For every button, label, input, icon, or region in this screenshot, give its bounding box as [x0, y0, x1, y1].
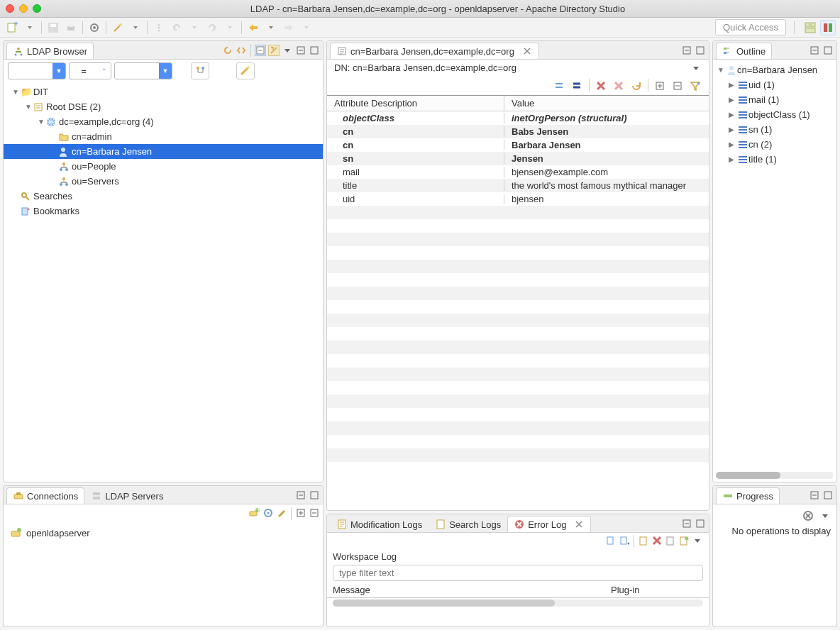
tree-root-dse[interactable]: ▼Root DSE (2)	[4, 99, 323, 114]
outline-tree[interactable]: ▼cn=Barbara Jensen ▶uid (1)▶mail (1)▶obj…	[713, 60, 836, 469]
wand-icon[interactable]	[110, 20, 126, 35]
tree-dit[interactable]: ▼📁DIT	[4, 84, 323, 99]
maximize-icon[interactable]	[695, 518, 706, 529]
gear-icon[interactable]	[87, 20, 102, 35]
attribute-table[interactable]: Attribute Description Value objectClassi…	[327, 95, 709, 510]
filter-run-button[interactable]	[191, 62, 209, 79]
nav-fwd-dropdown-icon[interactable]	[299, 20, 314, 35]
nav-fwd-icon[interactable]	[281, 20, 297, 35]
col-attr-desc[interactable]: Attribute Description	[327, 96, 504, 111]
minimize-icon[interactable]	[295, 45, 306, 56]
filter-val-combo[interactable]: ▼	[114, 62, 172, 79]
export-log-dropdown-icon[interactable]	[619, 535, 630, 546]
open-connection-icon[interactable]	[262, 507, 274, 519]
view-menu-icon[interactable]	[282, 45, 293, 56]
collapse-icon[interactable]	[670, 79, 685, 93]
col-plugin[interactable]: Plug-in	[611, 585, 703, 595]
error-log-tab[interactable]: Error Log	[507, 516, 591, 532]
connections-list[interactable]: openldapserver	[4, 523, 323, 626]
minimize-icon[interactable]	[681, 518, 692, 529]
filter-op-value[interactable]	[70, 63, 98, 79]
perspective-ldap-icon[interactable]	[820, 20, 836, 35]
attr-row[interactable]: cnBarbara Jensen	[327, 138, 709, 152]
log-scrollbar[interactable]	[333, 599, 703, 607]
save-icon[interactable]	[45, 20, 61, 35]
attr-row[interactable]: snJensen	[327, 152, 709, 165]
ldap-browser-tab[interactable]: LDAP Browser	[6, 43, 94, 59]
ldap-tree[interactable]: ▼📁DIT ▼Root DSE (2) ▼dc=example,dc=org (…	[4, 82, 323, 482]
export-log-icon[interactable]	[605, 535, 617, 546]
outline-item[interactable]: ▶cn (2)	[713, 137, 836, 152]
minimize-icon[interactable]	[809, 45, 820, 56]
div-icon[interactable]	[151, 20, 167, 35]
search-logs-tab[interactable]: Search Logs	[429, 516, 507, 532]
refresh-icon[interactable]	[222, 45, 233, 56]
print-icon[interactable]	[63, 20, 79, 35]
editor-tab[interactable]: cn=Barbara Jensen,dc=example,dc=org	[330, 43, 539, 59]
connections-tab[interactable]: Connections	[6, 487, 84, 504]
outline-item[interactable]: ▶uid (1)	[713, 77, 836, 92]
attr-row[interactable]: uidbjensen	[327, 192, 709, 206]
perspective-open-icon[interactable]	[802, 20, 818, 35]
zoom-window-button[interactable]	[33, 4, 41, 13]
maximize-icon[interactable]	[309, 490, 320, 501]
outline-tab[interactable]: Outline	[716, 43, 772, 59]
minimize-icon[interactable]	[809, 490, 820, 501]
tree-bookmarks[interactable]: Bookmarks	[4, 204, 323, 219]
filter-attr-combo[interactable]: ▼	[8, 62, 66, 79]
redo-icon[interactable]	[204, 20, 220, 35]
import-log-icon[interactable]	[678, 535, 690, 546]
show-not-equal-icon[interactable]	[570, 79, 585, 93]
maximize-icon[interactable]	[695, 45, 706, 56]
outline-item[interactable]: ▶sn (1)	[713, 122, 836, 137]
progress-tab[interactable]: Progress	[716, 487, 780, 504]
stop-all-icon[interactable]	[802, 510, 814, 521]
dn-menu-icon[interactable]	[690, 62, 702, 74]
tree-cn-barbara[interactable]: cn=Barbara Jensen	[4, 144, 323, 159]
filter-op-combo[interactable]: ⌃	[69, 62, 111, 79]
nav-back-icon[interactable]	[245, 20, 261, 35]
close-tab-icon[interactable]	[573, 519, 585, 530]
filter-clear-button[interactable]	[236, 62, 255, 79]
tree-cn-admin[interactable]: cn=admin	[4, 129, 323, 144]
expand-icon[interactable]	[652, 79, 668, 93]
attr-row[interactable]: mailbjensen@example.com	[327, 165, 709, 179]
tree-dc-example[interactable]: ▼dc=example,dc=org (4)	[4, 114, 323, 129]
outline-item[interactable]: ▶objectClass (1)	[713, 107, 836, 122]
undo-icon[interactable]	[169, 20, 184, 35]
maximize-icon[interactable]	[822, 490, 834, 501]
link-with-editor-icon[interactable]	[268, 45, 280, 56]
link-editor-icon[interactable]	[236, 45, 247, 56]
minimize-window-button[interactable]	[19, 4, 28, 13]
view-menu-icon[interactable]	[819, 510, 831, 521]
attr-row[interactable]: titlethe world's most famous mythical ma…	[327, 179, 709, 192]
undo-dropdown-icon[interactable]	[187, 20, 202, 35]
quick-access-input[interactable]: Quick Access	[715, 19, 786, 35]
connection-item[interactable]: openldapserver	[11, 526, 316, 540]
new-icon[interactable]: +	[4, 20, 20, 35]
modification-logs-tab[interactable]: Modification Logs	[330, 516, 429, 532]
maximize-icon[interactable]	[822, 45, 834, 56]
col-message[interactable]: Message	[333, 585, 611, 595]
show-equal-icon[interactable]	[552, 79, 568, 93]
new-connection-icon[interactable]: +	[249, 507, 260, 519]
view-menu-icon[interactable]	[692, 535, 703, 546]
outline-root[interactable]: ▼cn=Barbara Jensen	[713, 62, 836, 77]
new-dropdown-icon[interactable]	[22, 20, 38, 35]
tree-ou-servers[interactable]: ou=Servers	[4, 174, 323, 189]
outline-item[interactable]: ▶title (1)	[713, 152, 836, 167]
collapse-all-icon[interactable]	[255, 45, 266, 56]
nav-back-dropdown-icon[interactable]	[263, 20, 279, 35]
attr-row[interactable]: objectClassinetOrgPerson (structural)	[327, 111, 709, 125]
col-value[interactable]: Value	[504, 96, 709, 111]
delete-log-icon[interactable]	[651, 535, 663, 546]
close-tab-icon[interactable]	[521, 45, 533, 57]
wand-dropdown-icon[interactable]	[128, 20, 143, 35]
attr-row[interactable]: cnBabs Jensen	[327, 125, 709, 138]
ldap-servers-tab[interactable]: LDAP Servers	[84, 487, 170, 504]
minimize-icon[interactable]	[681, 45, 692, 56]
maximize-icon[interactable]	[309, 45, 320, 56]
quick-filter-icon[interactable]	[687, 79, 703, 93]
minimize-icon[interactable]	[295, 490, 306, 501]
log-filter-input[interactable]	[333, 565, 703, 581]
